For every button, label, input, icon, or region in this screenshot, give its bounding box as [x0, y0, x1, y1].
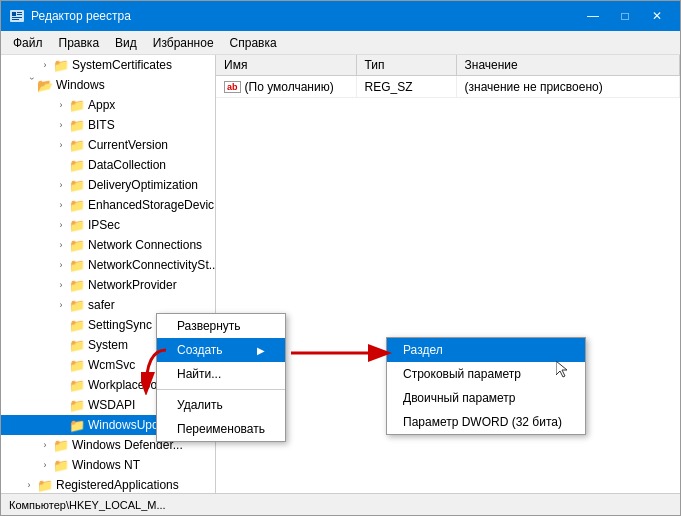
tree-arrow: › — [37, 457, 53, 473]
tree-label: safer — [88, 298, 115, 312]
context-menu-find[interactable]: Найти... — [157, 362, 285, 386]
tree-item-NetworkConnectivitySt[interactable]: › 📁 NetworkConnectivitySt... — [1, 255, 215, 275]
folder-icon: 📁 — [53, 57, 69, 73]
registry-editor-window: Редактор реестра — □ ✕ Файл Правка Вид И… — [0, 0, 681, 516]
tree-arrow: › — [53, 117, 69, 133]
folder-icon: 📁 — [53, 457, 69, 473]
folder-icon: 📁 — [69, 137, 85, 153]
folder-icon: 📁 — [37, 477, 53, 493]
tree-arrow: › — [53, 177, 69, 193]
tree-item-RegisteredApplications[interactable]: › 📁 RegisteredApplications — [1, 475, 215, 493]
svg-rect-5 — [12, 19, 19, 20]
app-icon — [9, 8, 25, 24]
context-menu-rename[interactable]: Переименовать — [157, 417, 285, 441]
submenu-item-string-param[interactable]: Строковый параметр — [387, 362, 585, 386]
svg-rect-2 — [17, 12, 22, 13]
minimize-button[interactable]: — — [578, 6, 608, 26]
tree-item-SystemCertificates[interactable]: › 📁 SystemCertificates — [1, 55, 215, 75]
folder-icon: 📁 — [69, 357, 85, 373]
col-header-name[interactable]: Имя — [216, 55, 356, 76]
tree-label: Appx — [88, 98, 115, 112]
folder-icon: 📁 — [69, 377, 85, 393]
context-menu-expand[interactable]: Развернуть — [157, 314, 285, 338]
folder-icon: 📁 — [69, 297, 85, 313]
tree-arrow: › — [21, 477, 37, 493]
tree-arrow: › — [53, 277, 69, 293]
value-type-cell: REG_SZ — [356, 76, 456, 98]
tree-label: WorkplaceJoin — [88, 378, 166, 392]
title-bar: Редактор реестра — □ ✕ — [1, 1, 680, 31]
svg-rect-3 — [17, 14, 22, 15]
svg-rect-4 — [12, 17, 22, 18]
submenu-item-section[interactable]: Раздел — [387, 338, 585, 362]
tree-label: IPSec — [88, 218, 120, 232]
tree-arrow: › — [53, 257, 69, 273]
folder-icon: 📁 — [69, 257, 85, 273]
values-table: Имя Тип Значение ab (По умолчанию) R — [216, 55, 680, 98]
tree-item-NetworkProvider[interactable]: › 📁 NetworkProvider — [1, 275, 215, 295]
menu-view[interactable]: Вид — [107, 33, 145, 53]
tree-label: Windows NT — [72, 458, 140, 472]
tree-item-DataCollection[interactable]: › 📁 DataCollection — [1, 155, 215, 175]
submenu-arrow-icon: ▶ — [257, 345, 265, 356]
tree-label: WcmSvc — [88, 358, 135, 372]
tree-item-BITS[interactable]: › 📁 BITS — [1, 115, 215, 135]
tree-arrow: › — [53, 297, 69, 313]
context-menu-delete[interactable]: Удалить — [157, 393, 285, 417]
tree-label: NetworkProvider — [88, 278, 177, 292]
tree-label: Windows — [56, 78, 105, 92]
menu-favorites[interactable]: Избранное — [145, 33, 222, 53]
tree-item-NetworkConnections[interactable]: › 📁 Network Connections — [1, 235, 215, 255]
submenu-item-dword-param[interactable]: Параметр DWORD (32 бита) — [387, 410, 585, 434]
maximize-button[interactable]: □ — [610, 6, 640, 26]
tree-item-IPSec[interactable]: › 📁 IPSec — [1, 215, 215, 235]
submenu: Раздел Строковый параметр Двоичный парам… — [386, 337, 586, 435]
tree-label: System — [88, 338, 128, 352]
tree-arrow: › — [53, 197, 69, 213]
folder-icon: 📁 — [69, 317, 85, 333]
tree-arrow: › — [53, 237, 69, 253]
value-name: (По умолчанию) — [245, 80, 334, 94]
window-title: Редактор реестра — [31, 9, 578, 23]
col-header-type[interactable]: Тип — [356, 55, 456, 76]
tree-item-WindowsNT[interactable]: › 📁 Windows NT — [1, 455, 215, 475]
context-menu-create[interactable]: Создать ▶ — [157, 338, 285, 362]
value-name-cell: ab (По умолчанию) — [216, 76, 356, 98]
tree-label: Network Connections — [88, 238, 202, 252]
tree-arrow: › — [53, 97, 69, 113]
table-row[interactable]: ab (По умолчанию) REG_SZ (значение не пр… — [216, 76, 680, 98]
value-icon-group: ab (По умолчанию) — [224, 80, 334, 94]
tree-item-Windows[interactable]: › 📂 Windows — [1, 75, 215, 95]
tree-label: EnhancedStorageDevic... — [88, 198, 216, 212]
tree-label: RegisteredApplications — [56, 478, 179, 492]
tree-item-DeliveryOptimization[interactable]: › 📁 DeliveryOptimization — [1, 175, 215, 195]
tree-item-safer[interactable]: › 📁 safer — [1, 295, 215, 315]
folder-icon: 📁 — [69, 157, 85, 173]
tree-arrow: › — [21, 77, 37, 93]
folder-icon: 📁 — [69, 197, 85, 213]
tree-item-Appx[interactable]: › 📁 Appx — [1, 95, 215, 115]
close-button[interactable]: ✕ — [642, 6, 672, 26]
svg-rect-1 — [12, 12, 16, 16]
menu-help[interactable]: Справка — [222, 33, 285, 53]
folder-icon: 📁 — [53, 437, 69, 453]
tree-label: DataCollection — [88, 158, 166, 172]
tree-arrow: › — [53, 217, 69, 233]
tree-label: CurrentVersion — [88, 138, 168, 152]
menu-file[interactable]: Файл — [5, 33, 51, 53]
value-data-cell: (значение не присвоено) — [456, 76, 680, 98]
ab-badge: ab — [224, 81, 241, 93]
folder-icon: 📁 — [69, 277, 85, 293]
tree-item-CurrentVersion[interactable]: › 📁 CurrentVersion — [1, 135, 215, 155]
submenu-item-binary-param[interactable]: Двоичный параметр — [387, 386, 585, 410]
main-content: › 📁 SystemCertificates › 📂 Windows › 📁 A… — [1, 55, 680, 493]
tree-arrow: › — [37, 437, 53, 453]
menu-edit[interactable]: Правка — [51, 33, 108, 53]
tree-item-EnhancedStorageDevice[interactable]: › 📁 EnhancedStorageDevic... — [1, 195, 215, 215]
col-header-value[interactable]: Значение — [456, 55, 680, 76]
folder-icon: 📁 — [69, 397, 85, 413]
context-menu: Развернуть Создать ▶ Найти... Удалить Пе… — [156, 313, 286, 442]
tree-label: SettingSync — [88, 318, 152, 332]
tree-arrow: › — [37, 57, 53, 73]
menu-bar: Файл Правка Вид Избранное Справка — [1, 31, 680, 55]
